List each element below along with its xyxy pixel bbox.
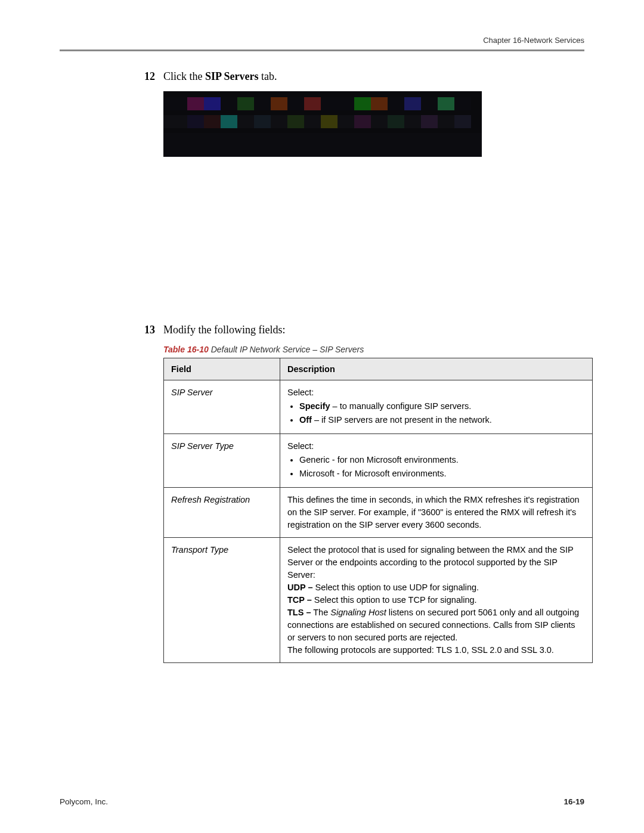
desc-para: Select the protocol that is used for sig… xyxy=(287,544,585,581)
list-rest: – to manually configure SIP servers. xyxy=(330,401,472,411)
desc-cell: Select: Specify – to manually configure … xyxy=(280,380,593,434)
table-row: Transport Type Select the protocol that … xyxy=(164,538,593,663)
desc-rest: Select this option to use TCP for signal… xyxy=(312,595,477,605)
chapter-header: Chapter 16-Network Services xyxy=(60,36,584,45)
desc-cell: Select: Generic - for non Microsoft envi… xyxy=(280,434,593,488)
table-row: SIP Server Select: Specify – to manually… xyxy=(164,380,593,434)
desc-strong: TLS – xyxy=(287,608,311,617)
table-row: SIP Server Type Select: Generic - for no… xyxy=(164,434,593,488)
table-caption: Table 16-10 Default IP Network Service –… xyxy=(163,345,584,354)
desc-para: The following protocols are supported: T… xyxy=(287,644,585,657)
step-text-prefix: Click the xyxy=(163,70,205,82)
table-caption-number: Table 16-10 xyxy=(163,345,209,354)
col-field: Field xyxy=(164,358,280,380)
step-text: Modify the following fields: xyxy=(163,324,285,336)
desc-list: Specify – to manually configure SIP serv… xyxy=(287,400,585,426)
desc-rest: The xyxy=(311,608,330,617)
field-cell: SIP Server Type xyxy=(164,434,280,488)
field-cell: Refresh Registration xyxy=(164,488,280,538)
desc-strong: TCP – xyxy=(287,595,312,605)
step-number: 13 xyxy=(137,324,155,336)
list-strong: Specify xyxy=(299,401,330,411)
footer-page: 16-19 xyxy=(564,797,584,806)
footer-company: Polycom, Inc. xyxy=(60,797,108,806)
desc-strong: UDP – xyxy=(287,583,312,592)
step-text: Click the SIP Servers tab. xyxy=(163,70,277,83)
list-item: Microsoft - for Microsoft environments. xyxy=(299,467,585,480)
desc-list: Generic - for non Microsoft environments… xyxy=(287,454,585,480)
step-number: 12 xyxy=(137,70,155,83)
sip-servers-table: Field Description SIP Server Select: Spe… xyxy=(163,358,593,663)
table-caption-title: Default IP Network Service – SIP Servers xyxy=(209,345,364,354)
list-item: Off – if SIP servers are not present in … xyxy=(299,414,585,426)
table-header-row: Field Description xyxy=(164,358,593,380)
document-page: Chapter 16-Network Services 12 Click the… xyxy=(0,0,644,833)
desc-para: UDP – Select this option to use UDP for … xyxy=(287,581,585,594)
list-item: Generic - for non Microsoft environments… xyxy=(299,454,585,466)
list-rest: – if SIP servers are not present in the … xyxy=(312,415,492,425)
list-strong: Off xyxy=(299,415,312,425)
desc-para: TCP – Select this option to use TCP for … xyxy=(287,594,585,606)
desc-cell: Select the protocol that is used for sig… xyxy=(280,538,593,663)
desc-select: Select: xyxy=(287,388,314,397)
step-13: 13 Modify the following fields: xyxy=(137,324,578,336)
step-text-bold: SIP Servers xyxy=(205,70,259,82)
sip-servers-screenshot xyxy=(163,91,482,157)
field-cell: SIP Server xyxy=(164,380,280,434)
desc-para: TLS – The Signaling Host listens on secu… xyxy=(287,606,585,644)
page-footer: Polycom, Inc. 16-19 xyxy=(60,797,584,806)
desc-select: Select: xyxy=(287,441,314,451)
header-rule xyxy=(60,49,584,51)
field-cell: Transport Type xyxy=(164,538,280,663)
step-12: 12 Click the SIP Servers tab. xyxy=(137,70,578,83)
col-description: Description xyxy=(280,358,593,380)
desc-cell: This defines the time in seconds, in whi… xyxy=(280,488,593,538)
list-item: Specify – to manually configure SIP serv… xyxy=(299,400,585,413)
table-row: Refresh Registration This defines the ti… xyxy=(164,488,593,538)
step-text-suffix: tab. xyxy=(259,70,277,82)
desc-rest: Select this option to use UDP for signal… xyxy=(312,583,479,592)
desc-italic: Signaling Host xyxy=(330,608,386,617)
